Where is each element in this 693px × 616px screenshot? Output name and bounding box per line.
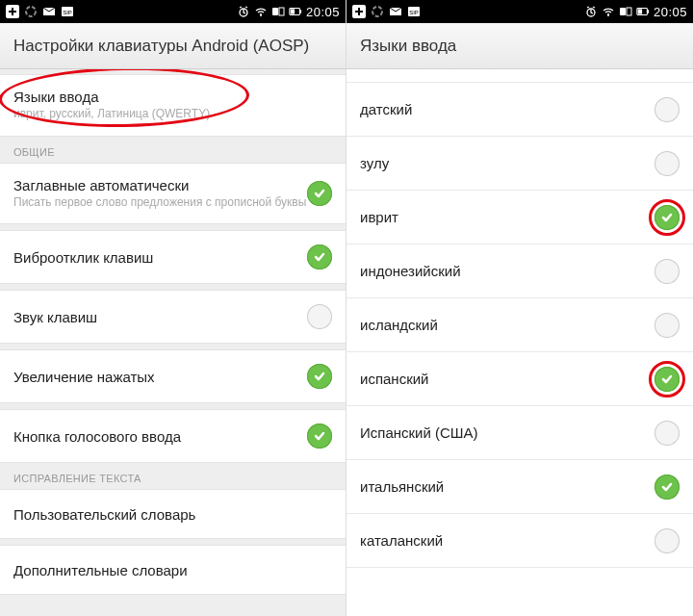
toggle[interactable] (654, 313, 680, 338)
battery-icon (636, 5, 650, 18)
signal-icon (619, 5, 632, 18)
svg-rect-23 (638, 9, 642, 13)
user-dict-item[interactable]: Пользовательский словарь (0, 489, 346, 539)
sound-item[interactable]: Звук клавиш (0, 290, 346, 344)
page-title: Языки ввода (360, 37, 456, 56)
item-title: Языки ввода (13, 89, 210, 105)
svg-text:SIP: SIP (409, 10, 419, 15)
status-time: 20:05 (654, 5, 687, 19)
toggle[interactable] (307, 304, 332, 329)
toggle[interactable] (654, 151, 680, 176)
lang-item[interactable]: индонезийский (346, 244, 693, 298)
battery-icon (289, 5, 302, 18)
toggle[interactable] (654, 475, 680, 500)
toggle[interactable] (654, 367, 680, 392)
sip-icon: SIP (407, 5, 421, 18)
toggle[interactable] (654, 259, 680, 284)
toggle[interactable] (307, 364, 332, 389)
partial-row (346, 69, 693, 83)
phone-left: SIP 20:05 Настройки клавиатуры Android (… (0, 0, 346, 616)
status-time: 20:05 (306, 5, 340, 19)
loading-icon (371, 5, 384, 18)
page-title: Настройки клавиатуры Android (AOSP) (13, 37, 309, 56)
signal-icon (271, 5, 285, 18)
toggle[interactable] (654, 97, 680, 122)
input-languages-item[interactable]: Языки ввода иврит, русский, Латиница (QW… (0, 74, 346, 137)
header-right: Языки ввода (346, 23, 693, 69)
vibro-item[interactable]: Виброотклик клавиш (0, 230, 346, 284)
lang-item[interactable]: итальянский (346, 460, 693, 514)
auto-caps-item[interactable]: Заглавные автоматически Писать первое сл… (0, 163, 346, 225)
lang-item[interactable]: датский (346, 83, 693, 137)
lang-item[interactable]: иврит (346, 191, 693, 244)
lang-item[interactable]: исландский (346, 298, 693, 352)
wifi-icon (602, 5, 615, 18)
item-subtitle: иврит, русский, Латиница (QWERTY) (13, 107, 210, 122)
alarm-icon (584, 5, 598, 18)
addon-dict-item[interactable]: Дополнительные словари (0, 545, 346, 595)
content-left[interactable]: Языки ввода иврит, русский, Латиница (QW… (0, 69, 346, 616)
voice-input-item[interactable]: Кнопка голосового ввода (0, 409, 346, 463)
svg-rect-8 (279, 8, 284, 15)
toggle[interactable] (307, 181, 332, 206)
svg-rect-11 (291, 9, 295, 13)
svg-point-18 (607, 14, 609, 16)
loading-icon (24, 5, 38, 18)
toggle[interactable] (307, 244, 332, 270)
svg-rect-7 (272, 8, 278, 15)
status-bar: SIP 20:05 (0, 0, 346, 23)
svg-rect-20 (627, 8, 631, 15)
sip-icon: SIP (61, 5, 74, 18)
lang-item[interactable]: каталанский (346, 514, 693, 568)
svg-point-13 (372, 7, 382, 16)
phone-right: SIP 20:05 Языки ввода датский зулу иврит (346, 0, 693, 616)
content-right[interactable]: датский зулу иврит индонезийский исландс… (346, 69, 693, 616)
toggle[interactable] (654, 421, 680, 446)
section-common: ОБЩИЕ (0, 137, 346, 164)
toggle[interactable] (654, 205, 680, 230)
svg-point-1 (26, 7, 36, 16)
header-left: Настройки клавиатуры Android (AOSP) (0, 23, 346, 69)
toggle[interactable] (654, 528, 680, 553)
lang-item[interactable]: испанский (346, 352, 693, 406)
svg-rect-22 (647, 10, 649, 13)
svg-rect-10 (299, 10, 301, 13)
mail-icon (389, 5, 402, 18)
svg-point-6 (260, 14, 262, 16)
lang-item[interactable]: зулу (346, 137, 693, 191)
plus-icon (352, 5, 366, 18)
alarm-icon (237, 5, 250, 18)
popup-item[interactable]: Увеличение нажатых (0, 349, 346, 403)
section-correction: ИСПРАВЛЕНИЕ ТЕКСТА (0, 463, 346, 490)
status-bar: SIP 20:05 (346, 0, 693, 23)
toggle[interactable] (307, 424, 332, 449)
wifi-icon (254, 5, 268, 18)
lang-item[interactable]: Испанский (США) (346, 406, 693, 460)
mail-icon (42, 5, 56, 18)
plus-icon (6, 5, 19, 18)
svg-text:SIP: SIP (63, 10, 72, 15)
svg-rect-19 (620, 8, 626, 15)
